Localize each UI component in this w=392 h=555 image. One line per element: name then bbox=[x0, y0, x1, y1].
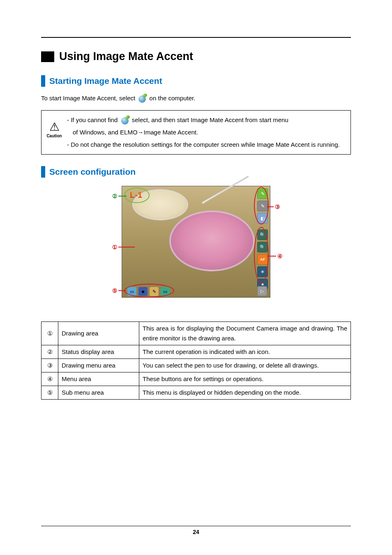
table-row: ④Menu areaThese buttons are for settings… bbox=[42, 372, 351, 386]
heading-2-marker bbox=[41, 166, 45, 178]
pen-gray-button[interactable]: ✎ bbox=[257, 201, 268, 211]
caution-line1-post: select, and then start Image Mate Accent… bbox=[132, 116, 288, 123]
row-name: Drawing menu area bbox=[58, 359, 139, 372]
callout-marker-2: ② bbox=[110, 192, 119, 201]
screen-config-figure: L-1 ✎ ✎ ◧ 🔍 🔍 AF ☀ ● ▭ ■ ✎ ▭ bbox=[108, 186, 284, 309]
eraser-button[interactable]: ◧ bbox=[257, 213, 268, 224]
caution-line3: - Do not change the resolution settings … bbox=[67, 139, 346, 151]
row-number: ① bbox=[42, 322, 58, 345]
row-description: These buttons are for settings or operat… bbox=[139, 372, 351, 386]
app-launcher-icon bbox=[121, 116, 129, 125]
brightness-up-button[interactable]: ☀ bbox=[257, 266, 268, 277]
row-description: You can select the pen to use for drawin… bbox=[139, 359, 351, 372]
menu-area: 🔍 🔍 AF ☀ ● bbox=[257, 229, 267, 289]
intro-post: on the computer. bbox=[150, 95, 196, 102]
page-number: 24 bbox=[41, 529, 351, 535]
caution-content: - If you cannot find select, and then st… bbox=[65, 114, 346, 151]
sub-menu-area: ▭ ■ ✎ ▭ bbox=[127, 287, 170, 296]
heading-2-screen-config: Screen configuration bbox=[41, 166, 351, 178]
status-text: L-1 bbox=[130, 190, 142, 200]
pen-green-button[interactable]: ✎ bbox=[257, 188, 268, 199]
caution-box: ⚠ Caution - If you cannot find select, a… bbox=[41, 110, 351, 155]
row-number: ⑤ bbox=[42, 386, 58, 400]
caution-label: Caution bbox=[46, 134, 62, 138]
expand-arrow-button[interactable]: ▷ bbox=[257, 286, 267, 296]
callout-line-2 bbox=[118, 196, 127, 197]
heading-1: Using Image Mate Accent bbox=[41, 50, 351, 63]
intro-pre: To start Image Mate Accent, select bbox=[41, 95, 137, 102]
heading-2-marker bbox=[41, 75, 45, 87]
row-number: ④ bbox=[42, 372, 58, 386]
row-name: Menu area bbox=[58, 372, 139, 386]
callout-marker-3: ③ bbox=[273, 202, 282, 211]
callout-marker-5: ⑤ bbox=[110, 286, 119, 295]
caution-icon-block: ⚠ Caution bbox=[44, 114, 65, 138]
petri-dish-large bbox=[169, 210, 255, 271]
zoom-in-button[interactable]: 🔍 bbox=[257, 229, 268, 240]
submenu-button-4[interactable]: ▭ bbox=[161, 287, 170, 296]
callout-marker-4: ④ bbox=[275, 252, 284, 261]
row-name: Sub menu area bbox=[58, 386, 139, 400]
heading-1-marker bbox=[41, 51, 54, 62]
callout-line-5 bbox=[118, 290, 126, 291]
submenu-button-2[interactable]: ■ bbox=[138, 287, 148, 296]
callout-line-3 bbox=[267, 206, 274, 207]
row-description: This area is for displaying the Document… bbox=[139, 322, 351, 345]
callout-line-1 bbox=[118, 247, 135, 247]
row-number: ③ bbox=[42, 359, 58, 372]
page-footer: 24 bbox=[41, 526, 351, 535]
zoom-out-button[interactable]: 🔍 bbox=[257, 242, 268, 252]
callout-marker-1: ① bbox=[110, 243, 119, 252]
callout-line-4 bbox=[267, 256, 276, 257]
caution-line2: of Windows, and ELMO→Image Mate Accent. bbox=[67, 126, 346, 139]
warning-icon: ⚠ bbox=[49, 121, 60, 133]
autofocus-button[interactable]: AF bbox=[257, 254, 268, 265]
app-launcher-icon bbox=[138, 95, 146, 103]
heading-2-text: Screen configuration bbox=[49, 166, 136, 178]
table-row: ①Drawing areaThis area is for displaying… bbox=[42, 322, 351, 345]
table-row: ③Drawing menu areaYou can select the pen… bbox=[42, 359, 351, 372]
row-description: The current operation is indicated with … bbox=[139, 345, 351, 359]
status-display-area: L-1 bbox=[126, 189, 146, 201]
submenu-button-3[interactable]: ✎ bbox=[150, 287, 159, 296]
heading-2-text: Starting Image Mate Accent bbox=[49, 75, 162, 87]
submenu-button-1[interactable]: ▭ bbox=[127, 287, 136, 296]
row-number: ② bbox=[42, 345, 58, 359]
drawing-menu-area: ✎ ✎ ◧ bbox=[257, 188, 267, 224]
screen-config-table: ①Drawing areaThis area is for displaying… bbox=[41, 321, 351, 400]
row-name: Status display area bbox=[58, 345, 139, 359]
intro-paragraph: To start Image Mate Accent, select on th… bbox=[41, 92, 351, 104]
row-description: This menu is displayed or hidden dependi… bbox=[139, 386, 351, 400]
row-name: Drawing area bbox=[58, 322, 139, 345]
heading-2-starting: Starting Image Mate Accent bbox=[41, 75, 351, 87]
table-row: ⑤Sub menu areaThis menu is displayed or … bbox=[42, 386, 351, 400]
heading-1-text: Using Image Mate Accent bbox=[59, 50, 193, 63]
caution-line1-pre: - If you cannot find bbox=[67, 116, 120, 123]
table-row: ②Status display areaThe current operatio… bbox=[42, 345, 351, 359]
